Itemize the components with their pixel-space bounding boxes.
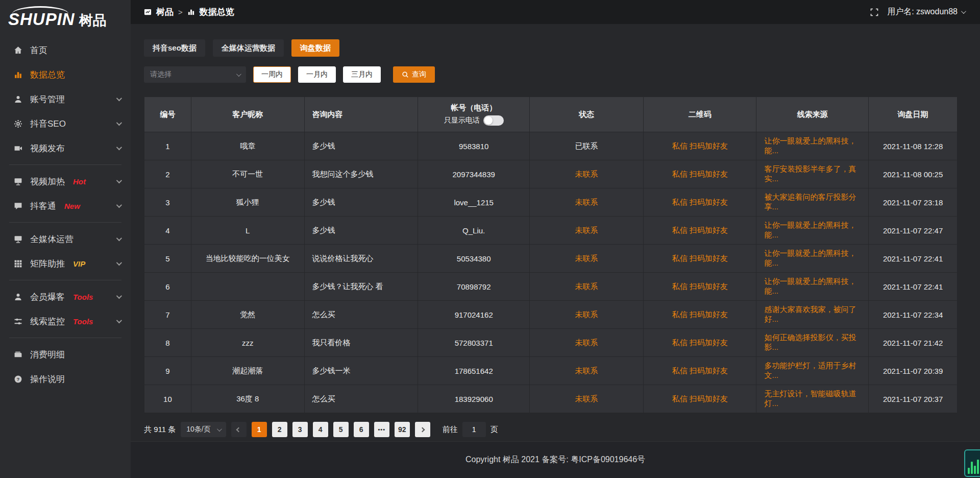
page-button-6[interactable]: 6 (354, 422, 369, 437)
cell-source-link[interactable]: 让你一眼就爱上的黑科技，能... (756, 273, 869, 300)
sidebar-item-video-publish[interactable]: 视频发布 (0, 136, 131, 160)
prev-page-button[interactable] (231, 422, 247, 437)
goto-page-input[interactable] (462, 422, 486, 437)
cell-status: 未联系 (530, 301, 644, 328)
page-button-1[interactable]: 1 (252, 422, 267, 437)
cell-content: 多少钱？让我死心 看 (305, 273, 419, 300)
phone-only-toggle[interactable] (483, 115, 504, 126)
cell-nickname: 36度 8 (191, 385, 305, 413)
sidebar-item-doketong[interactable]: 抖客通 New (0, 194, 131, 218)
user-menu[interactable]: 用户名: zswodun88 (887, 7, 965, 17)
cell-content: 说说价格让我死心 (305, 245, 419, 272)
home-icon (13, 45, 22, 55)
menu-divider (9, 222, 121, 223)
range-week-button[interactable]: 一周内 (253, 66, 291, 83)
cell-date: 2021-11-07 22:41 (869, 245, 957, 272)
cell-source-link[interactable]: 让你一眼就爱上的黑科技，能... (756, 132, 869, 160)
cell-nickname: L (191, 217, 305, 244)
page-size-select[interactable]: 10条/页 (181, 422, 226, 437)
col-status: 状态 (530, 97, 644, 132)
sidebar-item-video-heat[interactable]: 视频加热 Hot (0, 169, 131, 194)
cell-status: 已联系 (530, 132, 644, 160)
breadcrumb: 树品 > 数据总览 (144, 6, 234, 18)
cell-qrcode-link[interactable]: 私信 扫码加好友 (644, 217, 757, 244)
sidebar-item-matrix-boost[interactable]: 矩阵助推 VIP (0, 251, 131, 276)
menu-divider (9, 164, 121, 165)
range-quarter-button[interactable]: 三月内 (343, 66, 381, 83)
cell-nickname: 狐小狸 (191, 188, 305, 216)
table-row: 3 狐小狸 多少钱 love__1215 未联系 私信 扫码加好友 被大家追着问… (144, 188, 957, 216)
cell-qrcode-link[interactable]: 私信 扫码加好友 (644, 273, 757, 300)
breadcrumb-current[interactable]: 数据总览 (200, 6, 234, 18)
cell-qrcode-link[interactable]: 私信 扫码加好友 (644, 132, 757, 160)
search-button[interactable]: 查询 (393, 66, 435, 83)
hot-badge: Hot (73, 177, 86, 186)
sidebar-item-omnimedia[interactable]: 全媒体运营 (0, 227, 131, 251)
sidebar-item-label: 操作说明 (30, 373, 65, 385)
range-month-button[interactable]: 一月内 (298, 66, 336, 83)
goto-suffix: 页 (491, 425, 498, 435)
username-label: 用户名: zswodun88 (887, 7, 958, 17)
cell-source-link[interactable]: 无主灯设计，智能磁吸轨道灯... (756, 385, 869, 413)
cell-qrcode-link[interactable]: 私信 扫码加好友 (644, 357, 757, 385)
page-button-3[interactable]: 3 (292, 422, 308, 437)
select-placeholder: 请选择 (150, 70, 172, 79)
tab-douyin-seo-data[interactable]: 抖音seo数据 (144, 39, 205, 57)
cell-qrcode-link[interactable]: 私信 扫码加好友 (644, 245, 757, 272)
cell-qrcode-link[interactable]: 私信 扫码加好友 (644, 188, 757, 216)
question-circle-icon: ? (13, 374, 22, 384)
table-row: 8 zzz 我只看价格 572803371 未联系 私信 扫码加好友 如何正确选… (144, 328, 957, 356)
cell-source-link[interactable]: 客厅安装投影半年多了，真实... (756, 160, 869, 188)
cell-source-link[interactable]: 如何正确选择投影仪，买投影... (756, 329, 869, 356)
table-row: 10 36度 8 怎么买 183929060 未联系 私信 扫码加好友 无主灯设… (144, 385, 957, 413)
breadcrumb-home[interactable]: 树品 (156, 6, 174, 18)
sidebar-item-home[interactable]: 首页 (0, 38, 131, 62)
next-page-button[interactable] (415, 422, 430, 437)
tab-inquiry-data[interactable]: 询盘数据 (291, 39, 339, 57)
sidebar-item-data-overview[interactable]: 数据总览 (0, 62, 131, 87)
page-button-5[interactable]: 5 (333, 422, 349, 437)
col-account: 帐号（电话） 只显示电话 (418, 97, 530, 132)
table-header: 编号 客户昵称 咨询内容 帐号（电话） 只显示电话 状态 二维码 线索来源 询盘… (144, 97, 957, 132)
chevron-down-icon (116, 95, 122, 101)
cell-qrcode-link[interactable]: 私信 扫码加好友 (644, 301, 757, 328)
page-ellipsis-button[interactable]: ••• (374, 422, 389, 437)
cell-date: 2021-11-07 22:41 (869, 273, 957, 300)
sidebar-item-member-burst[interactable]: 会员爆客 Tools (0, 284, 131, 309)
cell-source-link[interactable]: 感谢大家喜欢我家，被问了好... (756, 301, 869, 328)
cell-qrcode-link[interactable]: 私信 扫码加好友 (644, 329, 757, 356)
pagination: 共 911 条 10条/页 1 2 3 4 5 6 ••• 92 前往 页 (144, 422, 980, 437)
cell-source-link[interactable]: 多功能护栏灯，适用于乡村文... (756, 357, 869, 385)
chevron-down-icon (236, 71, 241, 77)
cell-qrcode-link[interactable]: 私信 扫码加好友 (644, 160, 757, 188)
cell-source-link[interactable]: 让你一眼就爱上的黑科技，能... (756, 245, 869, 272)
cell-content: 怎么买 (305, 385, 419, 413)
chevron-down-icon (116, 178, 122, 183)
fullscreen-icon[interactable] (870, 8, 879, 17)
sidebar-item-account-mgmt[interactable]: 账号管理 (0, 87, 131, 111)
tab-omnimedia-data[interactable]: 全媒体运营数据 (213, 39, 284, 57)
cell-source-link[interactable]: 让你一眼就爱上的黑科技，能... (756, 217, 869, 244)
cell-source-link[interactable]: 被大家追着问的客厅投影分享... (756, 188, 869, 216)
floating-widget[interactable] (964, 449, 980, 477)
cell-qrcode-link[interactable]: 私信 扫码加好友 (644, 385, 757, 413)
sidebar-item-help[interactable]: ? 操作说明 (0, 367, 131, 391)
cell-status: 未联系 (530, 329, 644, 356)
table-row: 2 不可一世 我想问这个多少钱 2097344839 未联系 私信 扫码加好友 … (144, 160, 957, 188)
phone-only-control: 只显示电话 (444, 115, 504, 126)
page-button-92[interactable]: 92 (395, 422, 410, 437)
sidebar-menu: 首页 数据总览 账号管理 抖音SEO (0, 32, 131, 391)
page-button-2[interactable]: 2 (272, 422, 287, 437)
menu-divider (9, 338, 121, 338)
page-button-4[interactable]: 4 (313, 422, 328, 437)
topbar-right: 用户名: zswodun88 (870, 7, 965, 17)
cell-nickname: 哦章 (191, 132, 305, 160)
account-select[interactable]: 请选择 (144, 66, 246, 83)
cell-date: 2021-11-07 23:18 (869, 188, 957, 216)
sidebar-item-douyin-seo[interactable]: 抖音SEO (0, 111, 131, 136)
cell-content: 怎么买 (305, 301, 419, 328)
sidebar-item-expense-detail[interactable]: 消费明细 (0, 342, 131, 367)
col-content: 咨询内容 (305, 97, 419, 132)
sidebar-item-label: 会员爆客 (30, 291, 65, 303)
sidebar-item-lead-monitor[interactable]: 线索监控 Tools (0, 309, 131, 333)
